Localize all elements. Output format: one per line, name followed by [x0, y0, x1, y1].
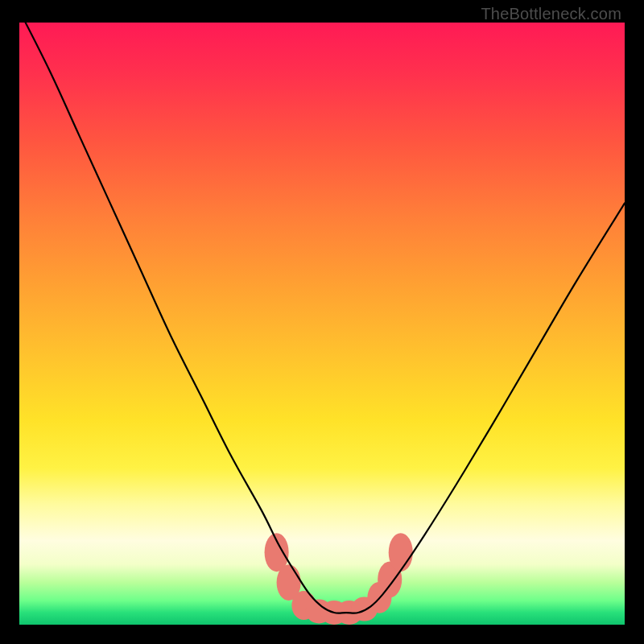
- curve-markers: [265, 533, 413, 625]
- chart-frame: TheBottleneck.com: [0, 0, 644, 644]
- curve-svg: [19, 23, 625, 625]
- plot-area: [19, 23, 625, 625]
- watermark-text: TheBottleneck.com: [481, 5, 621, 23]
- bottleneck-curve: [19, 23, 625, 613]
- curve-marker: [389, 533, 413, 572]
